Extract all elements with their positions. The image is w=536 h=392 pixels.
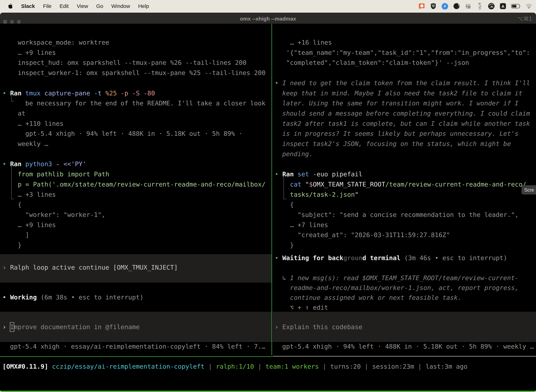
terminal-text-segment: readme-and-reco/mailbox/worker-1.json, a… [290, 284, 519, 291]
output-line: "subject": "send a concise recommendatio… [297, 210, 519, 220]
thinking-line: is in progress? It seems likely but perh… [282, 129, 519, 139]
output-line: … +16 lines [290, 37, 332, 48]
terminal-text-segment: python3 [25, 160, 52, 168]
working-status-line: • Working (6m 38s • esc to interrupt) [2, 292, 144, 303]
blue-spark-icon[interactable] [441, 3, 448, 10]
terminal-text-segment: [OMX#0.11.9] [2, 363, 48, 370]
tmux-status-bar: [omx-cczip0:bash* "MacBook-Pro-44.local"… [0, 391, 536, 392]
terminal-text-segment: I need to get the claim token from the c… [282, 79, 530, 87]
terminal-text-segment: team:1 workers [266, 363, 319, 370]
output-line: "created_at": "2026-03-31T11:59:27.816Z" [297, 230, 450, 240]
terminal-text-segment [400, 254, 404, 261]
terminal-text-segment: d terminal [362, 254, 401, 261]
terminal-text-segment: › [2, 323, 6, 331]
terminal-text-segment: weekly … [18, 140, 48, 147]
terminal-text-segment: • [2, 294, 6, 301]
battery-icon[interactable] [511, 3, 521, 10]
terminal-text-segment: ralph:1/10 [216, 363, 254, 370]
terminal-text-segment: Waiting for back [282, 254, 343, 261]
terminal-text-segment: $ [309, 181, 313, 188]
terminal-text-segment: … +9 lines [18, 49, 56, 56]
terminal-text-segment: " [305, 181, 309, 188]
terminal-text-segment [48, 363, 52, 370]
edit-hint-line: ⌥ + ↑ edit [290, 303, 328, 313]
menu-item-edit[interactable]: Edit [60, 3, 69, 9]
waiting-status-line: • Waiting for background terminal (3m 46… [275, 253, 507, 263]
terminal-text-segment: cczip/essay/ai-reimplementation-copyleft [52, 363, 205, 370]
grid-shield-icon[interactable] [430, 3, 437, 10]
menu-item-help[interactable]: Help [138, 3, 149, 9]
output-line: inspect_worker-1: omx sparkshell --tmux-… [18, 68, 266, 78]
output-line: { [18, 200, 22, 210]
terminal-text-segment [90, 89, 94, 97]
terminal-text-segment [6, 323, 10, 331]
menu-item-view[interactable]: View [77, 3, 88, 9]
code-line: from pathlib import Path [18, 169, 109, 179]
terminal-text-segment: set [297, 171, 309, 178]
terminal-text-segment [286, 274, 290, 281]
pane-status-line: gpt-5.4 xhigh · essay/ai-reimplementatio… [10, 341, 265, 352]
terminal-text-segment: session:23m [372, 363, 414, 370]
pane-status-line: gpt-5.4 xhigh · 94% left · 488K in · 5.1… [282, 341, 534, 352]
output-line: inspect_hud: omx sparkshell --tmux-pane … [18, 58, 246, 68]
terminal-text-segment: Ran [10, 160, 21, 168]
terminal-text-segment: " [355, 191, 359, 198]
output-line: … +7 lines [290, 220, 328, 230]
terminal-text-segment: inspect task2's JSON, focusing on the st… [282, 140, 511, 147]
terminal-text-segment: 1 new msg(s): read $OMX_TEAM_STATE_ROOT/… [290, 274, 518, 281]
terminal-text-segment: (6m 38s • esc to interrupt) [41, 294, 144, 301]
terminal-text-segment: inspect_hud: omx sparkshell --tmux-pane … [18, 59, 246, 66]
terminal-text-segment: -80 [144, 89, 155, 97]
terminal-text-segment [6, 160, 10, 168]
terminal-text-segment: /team/review-current-readme-and-reco/ [385, 181, 526, 188]
code-line: cat "$OMX_TEAM_STATE_ROOT/team/review-cu… [290, 179, 526, 190]
terminal-text-segment: … +9 lines [18, 221, 56, 229]
menu-item-slack[interactable]: Slack [21, 3, 35, 9]
s-hook-icon[interactable] [476, 3, 483, 10]
menu-item-window[interactable]: Window [111, 3, 130, 9]
keyboard-a-icon[interactable]: A [499, 3, 507, 10]
terminal-text-segment: Working [10, 294, 37, 301]
terminal-text-segment: Improve documentation in @filename [10, 323, 140, 331]
omx-status-line: [OMX#0.11.9] cczip/essay/ai-reimplementa… [2, 361, 467, 372]
dots-grid-icon[interactable] [464, 3, 472, 10]
pane-divider[interactable] [272, 24, 272, 355]
terminal-text-segment: … +110 lines [18, 120, 63, 127]
output-line: gpt-5.4 xhigh · 94% left · 488K in · 5.1… [25, 129, 243, 139]
output-line: be necessary for the end of the README. … [25, 98, 265, 108]
terminal-text-segment [6, 264, 10, 271]
connector-python [11, 166, 14, 199]
menu-item-file[interactable]: File [43, 3, 51, 9]
terminal-text-segment [140, 89, 144, 97]
crescent-circle-icon[interactable] [453, 3, 460, 10]
terminal-text-segment: -p [121, 89, 128, 97]
terminal-text-segment [37, 294, 41, 301]
terminal-text-segment: Explain this codebase [282, 323, 362, 331]
menu-item-go[interactable]: Go [96, 3, 103, 9]
terminal-text-segment: (3m 46s • esc to interrupt) [404, 254, 507, 261]
text-cursor [10, 322, 14, 332]
output-line: … +110 lines [18, 119, 63, 129]
tmux-host-clock: "MacBook-Pro-44.local" 05:03 31-Mar-26 [390, 391, 535, 392]
terminal-text-segment: • [275, 254, 278, 261]
terminal-text-segment [278, 171, 282, 178]
terminal-text-segment: gpt-5.4 xhigh · essay/ai-reimplementatio… [10, 343, 265, 350]
terminal-text-segment: at [18, 110, 25, 117]
window-titlebar[interactable]: omx --xhigh --madmax ⌥⌘1 [0, 13, 536, 24]
terminal-text-segment [52, 160, 56, 168]
output-line: "completed","claim_token":"claim-token"}… [286, 58, 469, 68]
terminal-text-segment: from pathlib import Path [18, 171, 109, 178]
output-line: workspace_mode: worktree [18, 37, 109, 48]
terminal-text-segment: p = Path('.omx/state/team/review-current… [18, 181, 266, 188]
terminal-text-segment: capture-pane [44, 89, 90, 97]
terminal-text-segment [302, 181, 305, 188]
terminal-text-segment: keep that in mind. Maybe I also need the… [282, 89, 522, 97]
chat-badge-icon[interactable] [418, 3, 425, 10]
right-pane-border [273, 356, 536, 356]
screen-tooltip: Scre [522, 185, 536, 194]
terminal-text-segment: inspect_worker-1: omx sparkshell --tmux-… [18, 69, 266, 76]
terminal-text-segment: { [290, 201, 294, 208]
apple-logo-icon[interactable] [8, 3, 13, 9]
count-61-icon[interactable]: ..61 [488, 3, 495, 10]
wifi-icon[interactable] [526, 3, 532, 10]
